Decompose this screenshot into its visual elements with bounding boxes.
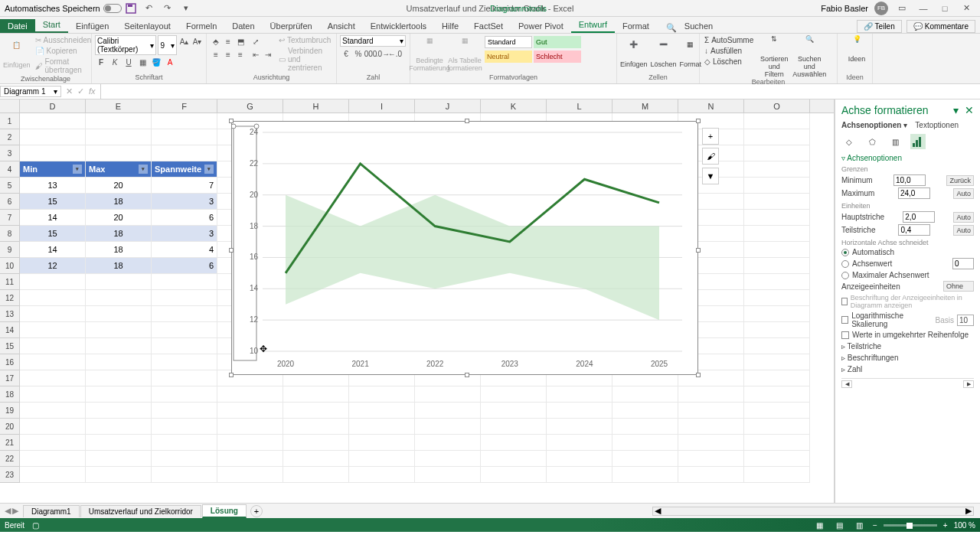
auto-minor-button[interactable]: Auto: [953, 225, 974, 236]
delete-cells-button[interactable]: ➖Löschen: [651, 35, 677, 73]
cell[interactable]: [86, 274, 152, 290]
zoom-slider[interactable]: [884, 524, 937, 527]
tab-design[interactable]: Entwurf: [571, 18, 615, 33]
font-color-icon[interactable]: A: [164, 56, 176, 68]
cell[interactable]: [349, 403, 415, 419]
cell[interactable]: [349, 467, 415, 483]
effects-icon[interactable]: ⬠: [864, 134, 880, 149]
cell[interactable]: Max▾: [86, 161, 152, 178]
cell[interactable]: [744, 338, 810, 354]
col-header[interactable]: F: [152, 99, 217, 112]
cell[interactable]: [217, 435, 283, 451]
cell[interactable]: Min▾: [20, 161, 86, 178]
col-header[interactable]: I: [349, 99, 415, 112]
cell[interactable]: [20, 370, 86, 386]
cell[interactable]: [86, 129, 152, 145]
row-header[interactable]: 13: [0, 306, 20, 322]
cell[interactable]: [744, 403, 810, 419]
cell[interactable]: [86, 386, 152, 403]
page-layout-icon[interactable]: ▤: [833, 520, 847, 530]
cell[interactable]: [744, 178, 810, 194]
cell[interactable]: [612, 435, 678, 451]
cell[interactable]: [20, 451, 86, 467]
fill-color-icon[interactable]: 🪣: [150, 56, 162, 68]
row-header[interactable]: 15: [0, 338, 20, 354]
col-header[interactable]: G: [217, 99, 283, 112]
row-header[interactable]: 7: [0, 210, 20, 226]
reset-min-button[interactable]: Zurück: [946, 175, 974, 186]
zoom-out-icon[interactable]: −: [873, 521, 877, 530]
cell[interactable]: [217, 419, 283, 435]
cell[interactable]: [415, 467, 481, 483]
cell[interactable]: [20, 338, 86, 354]
cell[interactable]: [20, 419, 86, 435]
clear-button[interactable]: ◇ Löschen: [703, 57, 755, 67]
cell[interactable]: [20, 386, 86, 403]
new-sheet-button[interactable]: +: [250, 505, 263, 517]
cell[interactable]: [152, 290, 217, 306]
sheet-tab-active[interactable]: Lösung: [202, 504, 247, 518]
cell[interactable]: [152, 274, 217, 290]
align-top-icon[interactable]: ⬘: [210, 35, 222, 47]
name-box[interactable]: Diagramm 1▾: [0, 86, 61, 97]
col-header[interactable]: J: [415, 99, 481, 112]
bold-icon[interactable]: F: [95, 56, 107, 68]
cell[interactable]: [744, 451, 810, 467]
cell[interactable]: [744, 419, 810, 435]
fill-line-icon[interactable]: ◇: [841, 134, 857, 149]
cell[interactable]: [152, 354, 217, 370]
tab-developer[interactable]: Entwicklertools: [363, 19, 434, 33]
cell[interactable]: [744, 386, 810, 403]
cell[interactable]: [20, 322, 86, 338]
cell[interactable]: 18: [86, 242, 152, 258]
cell[interactable]: [152, 145, 217, 161]
row-header[interactable]: 21: [0, 435, 20, 451]
cell[interactable]: [744, 145, 810, 161]
cell[interactable]: [152, 113, 217, 129]
cell[interactable]: [217, 403, 283, 419]
row-header[interactable]: 9: [0, 242, 20, 258]
undo-icon[interactable]: ↶: [143, 2, 155, 15]
number-format-combo[interactable]: Standard▾: [340, 35, 406, 47]
cell[interactable]: [86, 370, 152, 386]
radio-max-axis[interactable]: Maximaler Achsenwert: [841, 271, 974, 279]
row-header[interactable]: 16: [0, 354, 20, 370]
pane-dropdown-icon[interactable]: ▾: [953, 104, 959, 116]
cell[interactable]: 6: [152, 258, 217, 274]
avatar[interactable]: FB: [874, 2, 888, 15]
cell[interactable]: [744, 274, 810, 290]
cell[interactable]: 18: [86, 258, 152, 274]
cell[interactable]: [283, 419, 349, 435]
redo-icon[interactable]: ↷: [162, 2, 174, 15]
cell[interactable]: [678, 403, 744, 419]
row-header[interactable]: 6: [0, 194, 20, 210]
display-units-combo[interactable]: Ohne: [943, 281, 974, 292]
cell[interactable]: [283, 467, 349, 483]
cell[interactable]: [20, 113, 86, 129]
cell[interactable]: [152, 467, 217, 483]
row-header[interactable]: 4: [0, 161, 20, 178]
cell[interactable]: 13: [20, 178, 86, 194]
cell[interactable]: [481, 451, 547, 467]
find-select-button[interactable]: 🔍Suchen und Auswählen: [793, 35, 825, 78]
select-all-button[interactable]: [0, 99, 20, 112]
axis-max-input[interactable]: [898, 187, 930, 199]
cell[interactable]: [678, 419, 744, 435]
tab-view[interactable]: Ansicht: [320, 19, 363, 33]
cell[interactable]: [744, 354, 810, 370]
radio-auto-cross[interactable]: Automatisch: [841, 248, 974, 256]
increase-font-icon[interactable]: A▴: [178, 35, 190, 47]
cell[interactable]: [547, 403, 612, 419]
cell[interactable]: [744, 242, 810, 258]
auto-major-button[interactable]: Auto: [953, 212, 974, 223]
insert-cells-button[interactable]: ➕Einfügen: [620, 35, 648, 73]
cell[interactable]: [217, 451, 283, 467]
minor-unit-input[interactable]: [898, 224, 930, 236]
size-icon[interactable]: ▥: [887, 134, 903, 149]
col-header[interactable]: D: [20, 99, 86, 112]
page-break-icon[interactable]: ▥: [853, 520, 867, 530]
cell[interactable]: [744, 113, 810, 129]
cell[interactable]: 12: [20, 258, 86, 274]
autosum-button[interactable]: Σ AutoSumme: [703, 35, 755, 45]
col-header[interactable]: N: [678, 99, 744, 112]
